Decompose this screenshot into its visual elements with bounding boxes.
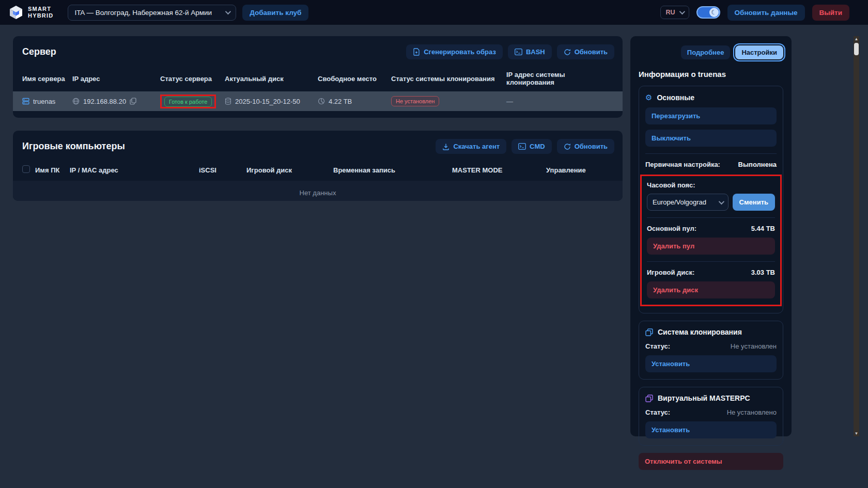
- timezone-value: Europe/Volgograd: [653, 198, 706, 206]
- col-ip: IP адрес: [72, 75, 160, 83]
- disconnect-button[interactable]: Отключить от системы: [639, 453, 783, 470]
- pool-label: Основной пул:: [647, 225, 696, 232]
- logo-text-line1: SMART: [28, 6, 53, 12]
- server-ip-value: 192.168.88.20: [83, 98, 126, 105]
- pie-chart-icon: [318, 98, 325, 105]
- masterpc-card: Виртуальный MASTERPC Статус: Не установл…: [639, 387, 783, 446]
- game-disk-label: Игровой диск:: [647, 269, 694, 276]
- clone-status-label: Статус:: [645, 342, 670, 350]
- shutdown-button[interactable]: Выключить: [645, 130, 777, 147]
- col-clone-ip: IP адрес системы клонирования: [506, 71, 613, 86]
- game-disk-value: 3.03 TB: [751, 269, 775, 276]
- refresh-data-button[interactable]: Обновить данные: [727, 5, 805, 21]
- pcs-empty-state: Нет данных: [13, 181, 623, 201]
- pcs-refresh-button[interactable]: Обновить: [557, 139, 614, 154]
- free-space-value: 4.22 TB: [329, 98, 352, 105]
- divider: [647, 217, 775, 218]
- server-status-badge: Готов к работе: [164, 97, 212, 107]
- server-table-row[interactable]: truenas 192.168.88.20 Готов к работе: [13, 91, 623, 111]
- clone-system-card: Система клонирования Статус: Не установл…: [639, 321, 783, 380]
- add-club-button[interactable]: Добавить клуб: [242, 5, 308, 21]
- cmd-label: CMD: [530, 143, 545, 150]
- scrollbar-thumb[interactable]: [854, 43, 859, 55]
- theme-toggle[interactable]: ☾: [696, 6, 720, 19]
- col-pc-name: Имя ПК: [35, 166, 70, 174]
- initial-setup-value: Выполнена: [738, 161, 777, 168]
- timezone-label: Часовой пояс:: [647, 181, 775, 189]
- server-refresh-button[interactable]: Обновить: [557, 44, 614, 59]
- col-free-space: Свободное место: [318, 75, 391, 83]
- language-value: RU: [666, 9, 675, 16]
- masterpc-status-value: Не установлено: [727, 408, 777, 416]
- truenas-sidebar: Подробнее Настройки Информация о truenas…: [630, 36, 792, 436]
- select-all-checkbox[interactable]: [22, 165, 30, 173]
- globe-icon: [72, 98, 80, 105]
- chevron-down-icon: [679, 9, 685, 14]
- refresh-icon: [564, 49, 571, 56]
- database-icon: [225, 98, 231, 105]
- timezone-select[interactable]: Europe/Volgograd: [647, 194, 729, 211]
- delete-pool-button[interactable]: Удалить пул: [647, 238, 775, 255]
- cmd-button[interactable]: CMD: [512, 139, 552, 154]
- scroll-down-arrow-icon[interactable]: ▼: [854, 431, 859, 436]
- generate-image-label: Сгенерировать образ: [424, 48, 496, 56]
- change-timezone-button[interactable]: Сменить: [733, 194, 775, 211]
- download-icon: [442, 143, 450, 150]
- smart-hybrid-cube-icon: [8, 5, 24, 20]
- clone-icon: [645, 328, 653, 336]
- bash-button[interactable]: BASH: [508, 44, 552, 59]
- app-logo: SMART HYBRID: [8, 5, 53, 20]
- col-game-disk: Игровой диск: [246, 166, 333, 174]
- pcs-refresh-label: Обновить: [575, 143, 608, 150]
- install-clone-button[interactable]: Установить: [645, 355, 777, 372]
- scrollbar[interactable]: ▲ ▼: [854, 36, 859, 436]
- terminal-icon: [518, 143, 526, 150]
- col-master-mode: MASTER MODE: [452, 166, 546, 174]
- clone-system-title: Система клонирования: [658, 328, 742, 336]
- server-name-value: truenas: [33, 98, 55, 105]
- scroll-up-arrow-icon[interactable]: ▲: [854, 36, 859, 42]
- tab-settings[interactable]: Настройки: [735, 45, 783, 59]
- status-annotation-box: Готов к работе: [160, 95, 216, 108]
- copy-icon[interactable]: [130, 98, 136, 105]
- logo-text-line2: HYBRID: [28, 12, 53, 19]
- file-plus-icon: [413, 48, 420, 56]
- col-temp-record: Временная запись: [333, 166, 452, 174]
- divider: [645, 153, 777, 154]
- server-table-header: Имя сервера IP адрес Статус сервера Акту…: [13, 71, 623, 86]
- gaming-pcs-title: Игровые компьютеры: [22, 141, 125, 152]
- pcs-table-header: Имя ПК IP / MAC адрес iSCSI Игровой диск…: [13, 165, 623, 175]
- divider: [647, 261, 775, 262]
- settings-annotation-box: Часовой пояс: Europe/Volgograd Сменить О…: [640, 175, 782, 306]
- reboot-button[interactable]: Перезагрузить: [645, 107, 777, 124]
- language-select[interactable]: RU: [660, 6, 689, 19]
- col-server-status: Статус сервера: [160, 75, 225, 83]
- masterpc-title: Виртуальный MASTERPC: [658, 394, 750, 402]
- install-masterpc-button[interactable]: Установить: [645, 421, 777, 438]
- server-refresh-label: Обновить: [575, 48, 608, 56]
- virtual-machine-icon: [645, 395, 653, 402]
- tab-details[interactable]: Подробнее: [681, 45, 731, 59]
- col-actual-disk: Актуальный диск: [225, 75, 318, 83]
- server-panel: Сервер Сгенерировать образ BASH: [13, 36, 623, 118]
- delete-disk-button[interactable]: Удалить диск: [647, 281, 775, 298]
- terminal-icon: [515, 49, 522, 55]
- logout-button[interactable]: Выйти: [812, 5, 850, 21]
- chevron-down-icon: [718, 198, 724, 204]
- masterpc-status-label: Статус:: [645, 408, 670, 416]
- clone-status-value: Не установлен: [731, 342, 777, 350]
- download-agent-button[interactable]: Скачать агент: [436, 139, 506, 154]
- gear-icon: ⚙: [645, 93, 652, 102]
- server-panel-title: Сервер: [22, 46, 56, 57]
- server-icon: [22, 98, 29, 105]
- download-agent-label: Скачать агент: [453, 143, 500, 150]
- actual-disk-value: 2025-10-15_20-12-50: [235, 98, 300, 105]
- club-select[interactable]: ITA — Волгоград, Набережная 62-й Армии: [68, 5, 236, 21]
- club-select-value: ITA — Волгоград, Набережная 62-й Армии: [74, 9, 212, 17]
- generate-image-button[interactable]: Сгенерировать образ: [406, 44, 503, 59]
- chevron-down-icon: [225, 9, 231, 14]
- main-settings-title: Основные: [657, 93, 694, 102]
- initial-setup-label: Первичная настройка:: [645, 161, 720, 168]
- col-clone-status: Статус системы клонирования: [391, 75, 506, 83]
- refresh-icon: [564, 143, 571, 150]
